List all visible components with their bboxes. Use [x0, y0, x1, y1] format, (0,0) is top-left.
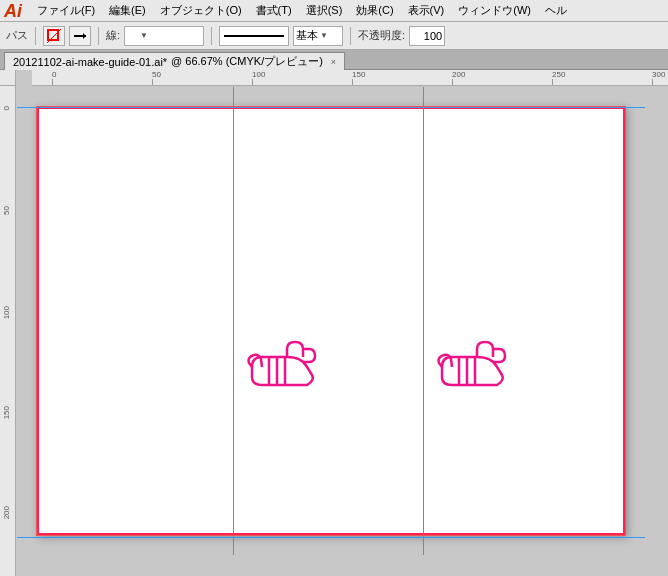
menu-select[interactable]: 選択(S)	[299, 1, 350, 20]
stroke-weight-btn[interactable]	[69, 26, 91, 46]
svg-rect-0	[48, 30, 58, 40]
ruler-corner	[0, 70, 16, 86]
toolbar-sep-3	[211, 27, 212, 45]
stroke-dropdown-arrow: ▼	[140, 31, 148, 40]
menu-window[interactable]: ウィンドウ(W)	[451, 1, 538, 20]
opacity-input[interactable]	[409, 26, 445, 46]
stroke-color-btn[interactable]	[43, 26, 65, 46]
ruler-horizontal: 050100150200250300	[32, 70, 668, 86]
path-label: パス	[6, 28, 28, 43]
hand-icon-1	[247, 337, 307, 397]
toolbar: パス 線: ▼ 基本 ▼ 不透明度:	[0, 22, 668, 50]
menu-effect[interactable]: 効果(C)	[349, 1, 400, 20]
stroke-label: 線:	[106, 28, 120, 43]
ruler-h-container: 050100150200250300	[0, 70, 668, 86]
line-style-dropdown[interactable]: 基本 ▼	[293, 26, 343, 46]
menu-type[interactable]: 書式(T)	[249, 1, 299, 20]
tab-title: 20121102-ai-make-guide-01.ai*	[13, 56, 167, 68]
guide-h-bottom	[17, 537, 645, 538]
menu-object[interactable]: オブジェクト(O)	[153, 1, 249, 20]
main-area: 050100150200250300350	[0, 86, 668, 576]
line-dropdown-arrow: ▼	[320, 31, 328, 40]
menu-file[interactable]: ファイル(F)	[30, 1, 102, 20]
menu-edit[interactable]: 編集(E)	[102, 1, 153, 20]
guide-v-2	[423, 87, 424, 555]
opacity-label: 不透明度:	[358, 28, 405, 43]
guide-v-1	[233, 87, 234, 555]
artboard	[36, 106, 626, 536]
canvas-area[interactable]	[16, 86, 668, 576]
menu-view[interactable]: 表示(V)	[401, 1, 452, 20]
bleed-border	[37, 107, 625, 535]
stroke-dropdown[interactable]: ▼	[124, 26, 204, 46]
tab-subtitle: @ 66.67% (CMYK/プレビュー)	[171, 54, 323, 69]
menu-bar: Ai ファイル(F) 編集(E) オブジェクト(O) 書式(T) 選択(S) 効…	[0, 0, 668, 22]
line-style-value: 基本	[296, 28, 318, 43]
toolbar-sep-2	[98, 27, 99, 45]
tab-close-btn[interactable]: ×	[331, 57, 336, 67]
document-tab[interactable]: 20121102-ai-make-guide-01.ai* @ 66.67% (…	[4, 52, 345, 70]
menu-help[interactable]: ヘル	[538, 1, 574, 20]
guide-h-top	[17, 107, 645, 108]
ruler-vertical: 050100150200250300350	[0, 86, 16, 576]
stroke-value	[127, 28, 138, 43]
toolbar-sep-1	[35, 27, 36, 45]
toolbar-sep-4	[350, 27, 351, 45]
stroke-line-area	[219, 26, 289, 46]
svg-marker-3	[83, 33, 86, 39]
app-logo: Ai	[4, 0, 22, 22]
hand-icon-2	[437, 337, 497, 397]
tab-bar: 20121102-ai-make-guide-01.ai* @ 66.67% (…	[0, 50, 668, 70]
